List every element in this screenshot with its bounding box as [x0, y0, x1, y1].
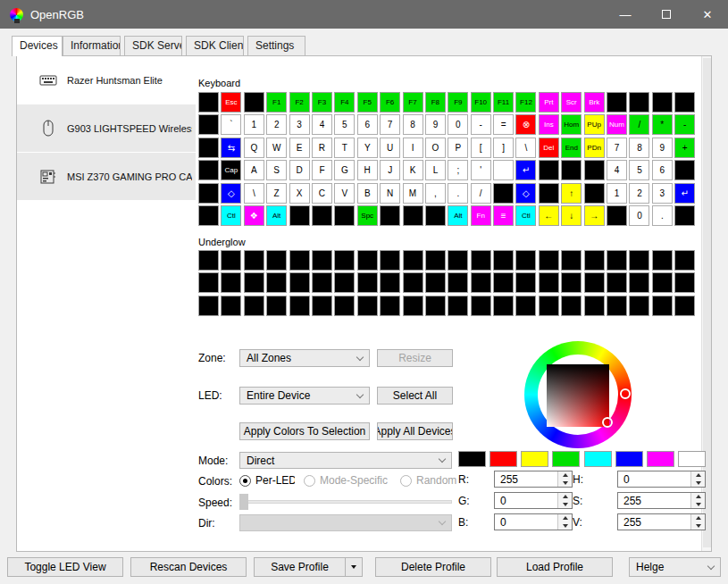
key-blank[interactable]	[674, 205, 695, 226]
spinner-up-icon[interactable]	[691, 471, 705, 480]
spinner-up-icon[interactable]	[558, 514, 572, 522]
key-`[interactable]: `	[221, 114, 241, 135]
key-blank[interactable]	[425, 205, 446, 226]
underglow-led[interactable]	[221, 272, 241, 293]
spinner-down-icon[interactable]	[691, 480, 705, 488]
underglow-led[interactable]	[607, 296, 627, 316]
hue-marker[interactable]	[620, 388, 631, 399]
underglow-led[interactable]	[289, 296, 310, 316]
key-H[interactable]: H	[357, 160, 378, 180]
key-D[interactable]: D	[289, 160, 310, 180]
underglow-led[interactable]	[629, 296, 649, 316]
device-item-g903[interactable]: G903 LIGHTSPEED Wireless G	[17, 104, 196, 152]
underglow-led[interactable]	[584, 272, 605, 293]
key-U[interactable]: U	[380, 138, 400, 158]
saturation-value-marker[interactable]	[602, 417, 613, 428]
key-3[interactable]: 3	[652, 183, 673, 204]
key-Ctl[interactable]: Ctl	[515, 205, 536, 226]
key-Prt[interactable]: Prt	[539, 92, 559, 113]
underglow-led[interactable]	[539, 272, 559, 293]
key-*[interactable]: *	[652, 114, 673, 135]
key-↑[interactable]: ↑	[561, 183, 582, 204]
underglow-led[interactable]	[425, 250, 446, 271]
key-Esc[interactable]: Esc	[221, 92, 241, 113]
key-W[interactable]: W	[266, 138, 287, 158]
key-2[interactable]: 2	[266, 114, 287, 135]
tab-settings[interactable]: Settings	[247, 36, 305, 55]
key-blank[interactable]	[584, 183, 605, 204]
color-swatch[interactable]	[490, 451, 517, 467]
key-T[interactable]: T	[334, 138, 355, 158]
color-swatch[interactable]	[584, 451, 612, 467]
underglow-led[interactable]	[674, 296, 695, 316]
underglow-led[interactable]	[334, 272, 355, 293]
color-swatch[interactable]	[552, 451, 580, 467]
underglow-led[interactable]	[334, 250, 355, 271]
color-swatch[interactable]	[521, 451, 548, 467]
color-swatch[interactable]	[678, 451, 706, 467]
underglow-led[interactable]	[244, 272, 264, 293]
key-B[interactable]: B	[357, 183, 378, 204]
underglow-led[interactable]	[471, 250, 491, 271]
tab-sdk-server[interactable]: SDK Server	[124, 36, 182, 55]
key-'[interactable]: '	[471, 160, 491, 180]
radio-mode-specific[interactable]	[304, 475, 315, 487]
underglow-led[interactable]	[584, 296, 605, 316]
underglow-led[interactable]	[629, 272, 649, 293]
key-N[interactable]: N	[380, 183, 400, 204]
key-\[interactable]: \	[515, 138, 536, 158]
zone-select[interactable]: All Zones	[239, 349, 370, 367]
key-7[interactable]: 7	[380, 114, 400, 135]
key-4[interactable]: 4	[607, 160, 627, 180]
key-blank[interactable]	[380, 205, 400, 226]
key-blank[interactable]	[198, 205, 219, 226]
underglow-led[interactable]	[266, 272, 287, 293]
profile-select[interactable]: Helge	[629, 557, 721, 577]
key-0[interactable]: 0	[448, 114, 468, 135]
underglow-led[interactable]	[289, 272, 310, 293]
delete-profile-button[interactable]: Delete Profile	[375, 557, 491, 577]
mode-select[interactable]: Direct	[239, 452, 452, 469]
key-J[interactable]: J	[380, 160, 400, 180]
key-I[interactable]: I	[403, 138, 423, 158]
key-6[interactable]: 6	[357, 114, 378, 135]
key-R[interactable]: R	[312, 138, 332, 158]
underglow-led[interactable]	[380, 272, 400, 293]
key-Alt[interactable]: Alt	[448, 205, 468, 226]
tab-devices[interactable]: Devices	[12, 36, 63, 56]
underglow-led[interactable]	[561, 250, 582, 271]
key-0[interactable]: 0	[629, 205, 649, 226]
key-blank[interactable]	[561, 160, 582, 180]
key-blank[interactable]	[539, 160, 559, 180]
key-1[interactable]: 1	[244, 114, 264, 135]
underglow-led[interactable]	[493, 250, 514, 271]
key-blank[interactable]	[674, 160, 695, 180]
key-\[interactable]: \	[244, 183, 264, 204]
key-blank[interactable]	[198, 92, 219, 113]
underglow-led[interactable]	[403, 250, 423, 271]
underglow-led[interactable]	[515, 272, 536, 293]
key-P[interactable]: P	[448, 138, 468, 158]
key-Del[interactable]: Del	[539, 138, 559, 158]
key-F3[interactable]: F3	[312, 92, 332, 113]
key-⇆[interactable]: ⇆	[221, 138, 241, 158]
key-End[interactable]: End	[561, 138, 582, 158]
key-/[interactable]: /	[471, 183, 491, 204]
toggle-led-view-button[interactable]: Toggle LED View	[7, 557, 123, 577]
key-Cap[interactable]: Cap	[221, 160, 241, 180]
color-swatch[interactable]	[458, 451, 486, 467]
key-7[interactable]: 7	[607, 138, 627, 158]
led-select[interactable]: Entire Device	[239, 387, 370, 405]
key-blank[interactable]	[607, 92, 627, 113]
radio-per-led[interactable]	[239, 475, 251, 487]
underglow-led[interactable]	[674, 272, 695, 293]
underglow-led[interactable]	[561, 296, 582, 316]
key-F4[interactable]: F4	[334, 92, 355, 113]
key-G[interactable]: G	[334, 160, 355, 180]
key-blank[interactable]	[198, 114, 219, 135]
underglow-led[interactable]	[471, 272, 491, 293]
radio-random[interactable]	[400, 475, 412, 487]
underglow-led[interactable]	[380, 250, 400, 271]
underglow-led[interactable]	[289, 250, 310, 271]
key-K[interactable]: K	[403, 160, 423, 180]
